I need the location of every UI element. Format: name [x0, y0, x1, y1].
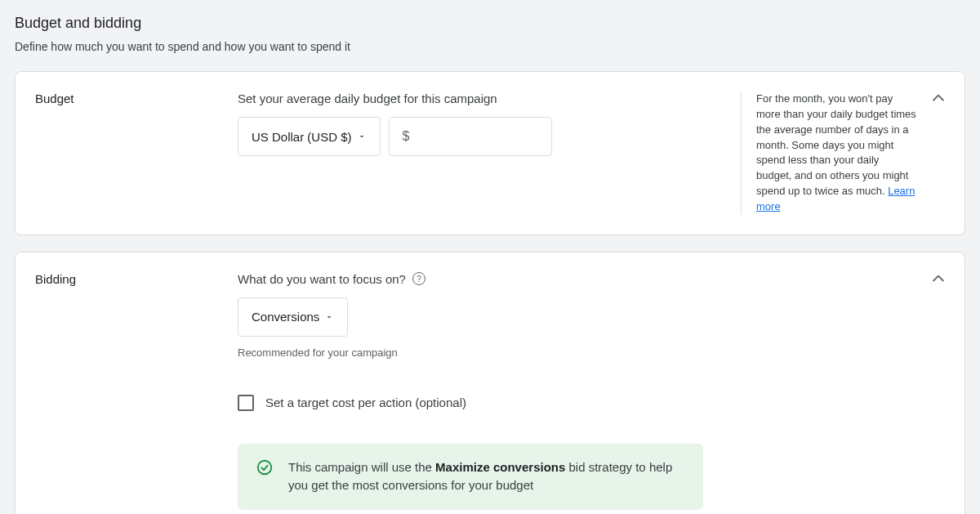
bidding-focus-label-text: What do you want to focus on? — [238, 272, 406, 286]
currency-select[interactable]: US Dollar (USD $) — [238, 117, 381, 156]
focus-selected-label: Conversions — [252, 310, 319, 324]
caret-down-icon — [357, 132, 367, 141]
currency-selected-label: US Dollar (USD $) — [252, 130, 352, 144]
focus-select[interactable]: Conversions — [238, 297, 348, 337]
budget-aside: For the month, you won't pay more than y… — [741, 92, 945, 215]
bidding-section-label: Bidding — [35, 272, 238, 514]
currency-prefix: $ — [403, 129, 410, 144]
target-cpa-checkbox[interactable] — [238, 395, 254, 411]
check-circle-icon — [256, 458, 274, 476]
caret-down-icon — [324, 312, 334, 322]
budget-field-label: Set your average daily budget for this c… — [238, 92, 726, 105]
budget-card: Budget Set your average daily budget for… — [15, 71, 965, 235]
banner-text-prefix: This campaign will use the — [288, 460, 435, 474]
bidding-card: Bidding What do you want to focus on? ? … — [15, 252, 965, 514]
recommended-hint: Recommended for your campaign — [238, 346, 945, 359]
chevron-up-icon — [930, 90, 947, 106]
target-cpa-checkbox-label[interactable]: Set a target cost per action (optional) — [265, 396, 466, 409]
svg-point-0 — [258, 461, 272, 475]
budget-aside-text: For the month, you won't pay more than y… — [756, 92, 916, 197]
bid-strategy-banner: This campaign will use the Maximize conv… — [238, 444, 703, 510]
collapse-bidding-button[interactable] — [929, 269, 948, 288]
budget-amount-field[interactable]: $ — [389, 117, 552, 156]
page-title: Budget and bidding — [15, 15, 965, 32]
chevron-up-icon — [930, 270, 947, 287]
budget-section-label: Budget — [35, 92, 238, 215]
banner-text-bold: Maximize conversions — [435, 460, 565, 474]
page-subtitle: Define how much you want to spend and ho… — [15, 40, 965, 53]
budget-amount-input[interactable] — [416, 130, 537, 144]
help-icon[interactable]: ? — [412, 272, 425, 285]
collapse-budget-button[interactable] — [929, 88, 948, 108]
bidding-focus-label: What do you want to focus on? ? — [238, 272, 945, 286]
bid-strategy-text: This campaign will use the Maximize conv… — [288, 458, 685, 495]
